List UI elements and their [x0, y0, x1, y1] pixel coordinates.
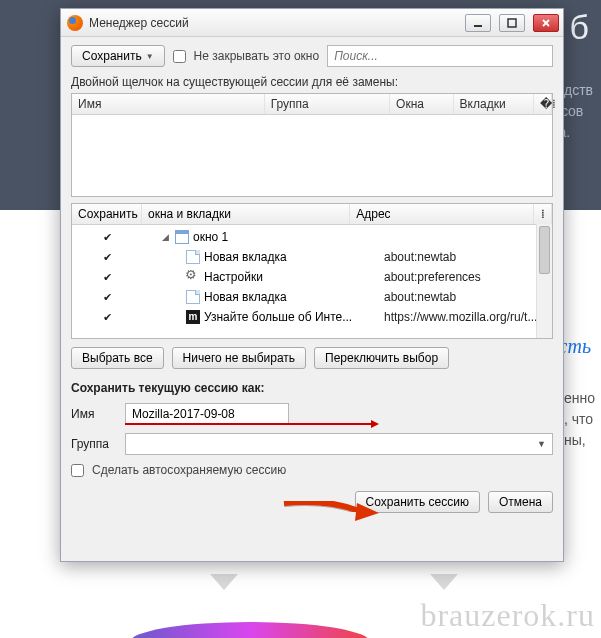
- svg-rect-1: [508, 19, 516, 27]
- tcol-address[interactable]: Адрес: [350, 204, 534, 224]
- scrollbar[interactable]: [536, 224, 552, 338]
- row-checkmark[interactable]: ✔: [72, 271, 142, 284]
- dont-close-label: Не закрывать это окно: [194, 49, 320, 63]
- group-combo[interactable]: ▼: [125, 433, 553, 455]
- dont-close-checkbox-wrap[interactable]: Не закрывать это окно: [173, 49, 320, 63]
- row-checkmark[interactable]: ✔: [72, 231, 142, 244]
- col-tabs[interactable]: Вкладки: [454, 94, 534, 114]
- minimize-button[interactable]: [465, 14, 491, 32]
- sessions-header: Имя Группа Окна Вкладки �⁞: [72, 94, 552, 115]
- row-checkmark[interactable]: ✔: [72, 251, 142, 264]
- window-title: Менеджер сессий: [89, 16, 189, 30]
- save-dropdown-button[interactable]: Сохранить ▼: [71, 45, 165, 67]
- windows-tabs-tree[interactable]: Сохранить окна и вкладки Адрес ⁞ ✔◢окно …: [71, 203, 553, 339]
- select-none-button[interactable]: Ничего не выбирать: [172, 347, 306, 369]
- col-windows[interactable]: Окна: [390, 94, 454, 114]
- row-address: https://www.mozilla.org/ru/t...: [378, 310, 552, 324]
- expand-icon[interactable]: ◢: [162, 232, 169, 242]
- win-icon: [175, 230, 189, 244]
- row-label: mУзнайте больше об Инте...: [142, 310, 378, 324]
- tcol-save[interactable]: Сохранить: [72, 204, 142, 224]
- col-name[interactable]: Имя: [72, 94, 265, 114]
- close-button[interactable]: [533, 14, 559, 32]
- firefox-icon: [67, 15, 83, 31]
- session-name-input[interactable]: [125, 403, 289, 425]
- save-session-button[interactable]: Сохранить сессию: [355, 491, 480, 513]
- search-input[interactable]: [327, 45, 553, 67]
- watermark: brauzerok.ru: [420, 597, 595, 634]
- dont-close-checkbox[interactable]: [173, 50, 186, 63]
- row-address: about:newtab: [378, 250, 552, 264]
- chevron-down-icon: ▼: [537, 439, 546, 449]
- tree-header: Сохранить окна и вкладки Адрес ⁞: [72, 204, 552, 225]
- row-checkmark[interactable]: ✔: [72, 291, 142, 304]
- column-picker-icon[interactable]: ⁞: [534, 204, 552, 224]
- column-picker-icon[interactable]: �⁞: [534, 94, 552, 114]
- toggle-selection-button[interactable]: Переключить выбор: [314, 347, 449, 369]
- moz-icon: m: [186, 310, 200, 324]
- svg-rect-0: [474, 25, 482, 27]
- tree-row[interactable]: ✔mУзнайте больше об Инте...https://www.m…: [72, 307, 552, 327]
- page-icon: [186, 250, 200, 264]
- tree-row[interactable]: ✔Новая вкладкаabout:newtab: [72, 287, 552, 307]
- tree-row[interactable]: ✔Настройкиabout:preferences: [72, 267, 552, 287]
- save-section-label: Сохранить текущую сессию как:: [71, 381, 553, 395]
- row-address: about:preferences: [378, 270, 552, 284]
- row-label: Новая вкладка: [142, 290, 378, 304]
- tree-row[interactable]: ✔◢окно 1: [72, 227, 552, 247]
- carousel-arrow-icon: [430, 574, 458, 590]
- autosave-checkbox[interactable]: [71, 464, 84, 477]
- autosave-checkbox-wrap[interactable]: Сделать автосохраняемую сессию: [71, 463, 553, 477]
- chevron-down-icon: ▼: [146, 52, 154, 61]
- titlebar[interactable]: Менеджер сессий: [61, 9, 563, 37]
- group-label: Группа: [71, 437, 115, 451]
- sessions-list[interactable]: Имя Группа Окна Вкладки �⁞: [71, 93, 553, 197]
- sessions-hint: Двойной щелчок на существующей сессии дл…: [71, 75, 553, 89]
- session-manager-dialog: Менеджер сессий Сохранить ▼ Не закрывать…: [60, 8, 564, 562]
- maximize-button[interactable]: [499, 14, 525, 32]
- select-all-button[interactable]: Выбрать все: [71, 347, 164, 369]
- row-label: ◢окно 1: [142, 230, 367, 244]
- bg-big-letter: б: [570, 8, 589, 47]
- carousel-arrow-icon: [210, 574, 238, 590]
- row-label: Настройки: [142, 270, 378, 284]
- tcol-windows-tabs[interactable]: окна и вкладки: [142, 204, 350, 224]
- autosave-label: Сделать автосохраняемую сессию: [92, 463, 286, 477]
- page-icon: [186, 290, 200, 304]
- tree-row[interactable]: ✔Новая вкладкаabout:newtab: [72, 247, 552, 267]
- cancel-button[interactable]: Отмена: [488, 491, 553, 513]
- name-label: Имя: [71, 407, 115, 421]
- annotation-underline: [125, 423, 371, 425]
- row-checkmark[interactable]: ✔: [72, 311, 142, 324]
- scroll-thumb[interactable]: [539, 226, 550, 274]
- row-address: about:newtab: [378, 290, 552, 304]
- col-group[interactable]: Группа: [265, 94, 390, 114]
- row-label: Новая вкладка: [142, 250, 378, 264]
- gear-icon: [186, 270, 200, 284]
- bg-paragraph: енно , что ны,: [564, 388, 595, 451]
